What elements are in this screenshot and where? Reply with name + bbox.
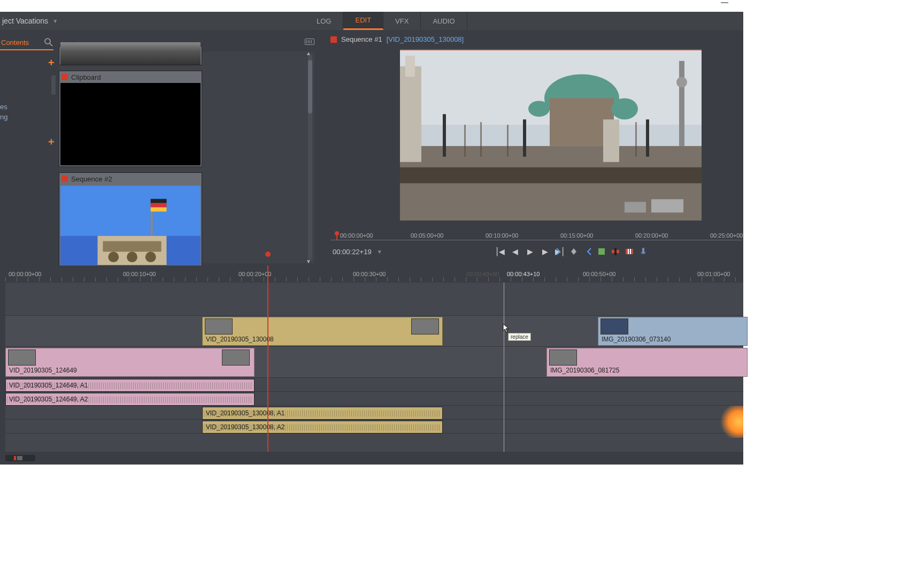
clipboard-label: Clipboard <box>71 73 101 81</box>
svg-rect-36 <box>336 234 337 240</box>
drag-tooltip: replace <box>508 333 531 341</box>
scroll-up-icon[interactable]: ▲ <box>306 50 311 56</box>
svg-rect-34 <box>635 122 637 157</box>
timeline-audio-clip[interactable]: VID_20190305_130008, A1 <box>202 407 443 420</box>
project-menu-arrow[interactable]: ▼ <box>52 18 58 24</box>
clip-label: VID_20190305_130008, A1 <box>206 409 284 417</box>
scrollbar-thumb[interactable] <box>308 60 312 113</box>
svg-line-1 <box>50 43 52 46</box>
track-spacer <box>5 283 743 316</box>
mark-in-icon[interactable] <box>555 247 565 256</box>
bookmark-icon <box>330 36 337 43</box>
timeline-clip[interactable]: IMG_20190306_073140 <box>598 317 748 346</box>
watermark-icon <box>718 406 743 438</box>
add-item-button[interactable]: + <box>48 136 55 148</box>
timecode-display[interactable]: 00:00:22+19 <box>333 248 372 256</box>
svg-rect-33 <box>507 125 509 157</box>
svg-point-0 <box>45 39 50 44</box>
go-start-button[interactable]: ⎮◀ <box>495 247 505 256</box>
svg-point-19 <box>528 101 550 117</box>
clip-label: IMG_20190306_073140 <box>602 336 671 343</box>
ruler-cursor-timecode: 00:00:43+10 <box>507 271 540 277</box>
bookmark-icon <box>61 74 68 80</box>
tab-edit[interactable]: EDIT <box>343 12 383 30</box>
ruler-tick: 00:00:30+00 <box>353 271 386 277</box>
svg-rect-24 <box>603 119 619 162</box>
side-collapse-handle[interactable] <box>51 75 56 95</box>
svg-rect-22 <box>400 66 421 162</box>
bin-item-sequence2[interactable]: Sequence #2 <box>59 172 202 268</box>
timeline-clip[interactable]: VID_20190305_130008 <box>202 317 443 346</box>
svg-rect-27 <box>646 119 649 157</box>
mouse-cursor-icon <box>503 323 510 333</box>
play-button[interactable]: ▶ <box>525 247 535 256</box>
insert-icon[interactable] <box>597 247 606 256</box>
sidebar-item-2[interactable]: ng <box>0 113 7 121</box>
ruler-tick: 00:15:00+00 <box>560 232 593 239</box>
clip-label: VID_20190305_124649 <box>9 367 77 374</box>
svg-rect-26 <box>523 119 526 157</box>
marker-icon[interactable] <box>569 247 579 256</box>
contents-panel: Contents ← → + + es ng Clipboard <box>0 30 320 265</box>
bin-item-clip[interactable] <box>59 46 202 65</box>
bin-area: Clipboard Sequence #2 <box>59 51 314 263</box>
timeline-clip[interactable]: IMG_20190306_081725 <box>546 348 748 377</box>
tab-log[interactable]: LOG <box>305 12 343 30</box>
svg-rect-30 <box>625 202 646 212</box>
tab-audio[interactable]: AUDIO <box>421 12 467 30</box>
bin-item-clipboard[interactable]: Clipboard <box>59 71 202 167</box>
viewer-clip-name[interactable]: [VID_20190305_130008] <box>387 35 464 43</box>
clip-thumbnail <box>8 349 36 366</box>
svg-rect-32 <box>480 122 482 157</box>
playhead-handle-icon[interactable] <box>265 252 271 257</box>
svg-rect-31 <box>464 125 466 157</box>
svg-rect-28 <box>400 168 702 184</box>
clip-thumbnail <box>60 42 201 65</box>
add-bin-button[interactable]: + <box>48 57 55 69</box>
contents-tab-label[interactable]: Contents <box>0 39 29 47</box>
clipboard-thumbnail <box>60 83 201 165</box>
replace-icon[interactable] <box>625 247 634 256</box>
window-minimize-button[interactable] <box>721 2 728 3</box>
timeline-audio-clip[interactable]: VID_20190305_124649, A1 <box>5 379 255 392</box>
timeline-ruler[interactable]: 00:00:00+00 00:00:10+00 00:00:20+00 00:0… <box>5 269 743 282</box>
step-forward-button[interactable]: ▶ <box>540 247 550 256</box>
svg-rect-20 <box>679 61 684 146</box>
timeline-clip[interactable]: VID_20190305_124649 <box>5 348 255 377</box>
bin-scrollbar[interactable] <box>308 55 312 260</box>
clip-thumbnail <box>411 318 439 334</box>
ruler-tick: 00:00:50+00 <box>583 271 615 277</box>
svg-rect-42 <box>630 249 631 254</box>
step-back-button[interactable]: ◀ <box>510 247 520 256</box>
scroll-down-icon[interactable]: ▼ <box>306 258 311 264</box>
tab-vfx[interactable]: VFX <box>383 12 421 30</box>
ruler-tick: 00:00:10+00 <box>123 271 156 277</box>
timeline-zoom-scrollbar[interactable] <box>5 455 35 461</box>
svg-point-8 <box>145 252 156 262</box>
timeline-tracks[interactable]: VID_20190305_130008 IMG_20190306_073140 … <box>5 283 743 452</box>
svg-rect-39 <box>614 248 617 255</box>
svg-rect-23 <box>405 56 415 77</box>
mark-out-icon[interactable] <box>583 247 592 256</box>
svg-rect-11 <box>151 203 167 208</box>
timeline-audio-clip[interactable]: VID_20190305_124649, A2 <box>5 393 255 406</box>
overwrite-icon[interactable] <box>611 247 620 256</box>
clip-thumbnail <box>222 349 250 366</box>
viewer-frame[interactable] <box>400 49 702 220</box>
project-title: ject Vacations <box>0 17 48 25</box>
search-icon[interactable] <box>44 37 53 47</box>
clip-label: IMG_20190306_081725 <box>550 367 619 374</box>
viewer-sequence-name[interactable]: Sequence #1 <box>341 35 382 43</box>
audio-record-icon[interactable] <box>638 247 648 256</box>
sidebar-item-1[interactable]: es <box>0 103 7 111</box>
sequence2-thumbnail <box>60 186 201 265</box>
timeline-playhead[interactable] <box>267 265 268 452</box>
timeline-audio-clip[interactable]: VID_20190305_130008, A2 <box>202 421 443 434</box>
svg-rect-43 <box>642 248 644 253</box>
keyboard-icon[interactable] <box>305 39 314 45</box>
svg-rect-40 <box>626 249 633 254</box>
timecode-menu-arrow[interactable]: ▼ <box>377 249 382 255</box>
svg-rect-41 <box>628 249 629 254</box>
svg-rect-5 <box>103 241 161 252</box>
svg-rect-10 <box>151 199 167 203</box>
